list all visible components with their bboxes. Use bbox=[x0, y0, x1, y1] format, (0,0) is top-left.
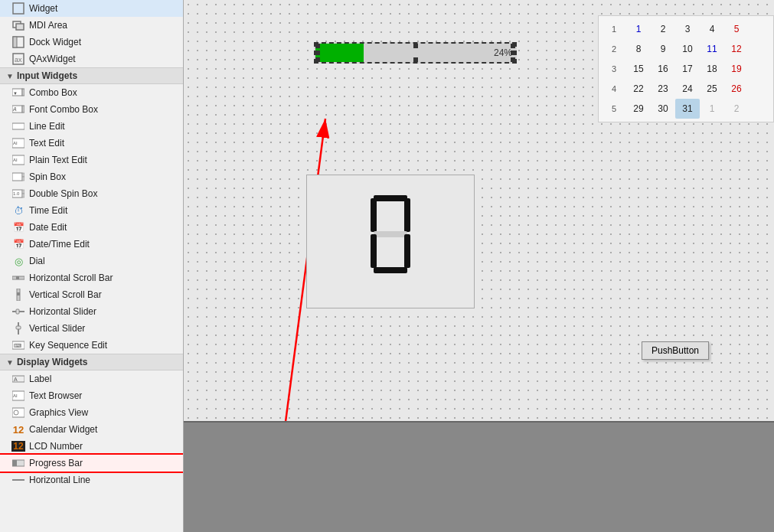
handle-tm[interactable] bbox=[413, 44, 418, 48]
sidebar-item-line-edit[interactable]: Line Edit bbox=[0, 118, 183, 135]
cal-cell-1-5[interactable]: 5 bbox=[724, 19, 749, 39]
handle-bl[interactable] bbox=[315, 57, 320, 62]
svg-rect-30 bbox=[16, 309, 19, 314]
svg-rect-8 bbox=[22, 89, 24, 96]
cal-cell-4-2[interactable]: 23 bbox=[651, 79, 675, 99]
sidebar-item-lcd-number[interactable]: 12 LCD Number bbox=[0, 438, 183, 455]
sidebar-item-graphics-view[interactable]: Graphics View bbox=[0, 404, 183, 421]
sidebar-item-qax[interactable]: ax QAxWidget bbox=[0, 51, 183, 67]
cal-cell-5-5[interactable]: 2 bbox=[724, 99, 749, 119]
svg-rect-28 bbox=[17, 292, 20, 295]
cal-cell-4-3[interactable]: 24 bbox=[675, 79, 700, 99]
handle-bm[interactable] bbox=[413, 57, 418, 62]
cal-cell-1-2[interactable]: 2 bbox=[651, 19, 675, 39]
cal-cell-5-2[interactable]: 30 bbox=[651, 99, 675, 119]
sidebar-item-line-edit-label: Line Edit bbox=[29, 121, 65, 132]
push-button[interactable]: PushButton bbox=[642, 341, 709, 360]
cal-cell-1-3[interactable]: 3 bbox=[675, 19, 700, 39]
input-section-label: Input Widgets bbox=[17, 70, 77, 81]
cal-cell-2-3[interactable]: 10 bbox=[675, 39, 700, 59]
cal-cell-4-4[interactable]: 25 bbox=[700, 79, 724, 99]
cal-cell-4-1[interactable]: 22 bbox=[626, 79, 651, 99]
sidebar-item-hscroll[interactable]: Horizontal Scroll Bar bbox=[0, 269, 183, 286]
sidebar-item-double-spin[interactable]: 1.0 Double Spin Box bbox=[0, 185, 183, 202]
cal-cell-1-1[interactable]: 1 bbox=[626, 19, 651, 39]
svg-rect-50 bbox=[371, 234, 377, 268]
cal-cell-3-4[interactable]: 18 bbox=[700, 59, 724, 79]
handle-tl[interactable] bbox=[315, 44, 320, 48]
sidebar-item-spin-box[interactable]: Spin Box bbox=[0, 168, 183, 185]
sidebar-item-label[interactable]: A Label bbox=[0, 370, 183, 387]
sidebar-item-widget[interactable]: Widget bbox=[0, 0, 183, 17]
sidebar-item-date-edit[interactable]: 📅 Date Edit bbox=[0, 219, 183, 236]
lcd-number-widget[interactable] bbox=[306, 175, 475, 308]
sidebar-item-font-combo-label: Font Combo Box bbox=[29, 104, 98, 115]
handle-tr[interactable] bbox=[511, 44, 515, 48]
handle-ml[interactable] bbox=[315, 51, 320, 55]
cal-cell-2-4[interactable]: 11 bbox=[700, 39, 724, 59]
display-section-label: Display Widgets bbox=[17, 357, 88, 367]
progress-bar-widget[interactable]: 24% bbox=[314, 42, 517, 64]
handle-br[interactable] bbox=[511, 57, 515, 62]
sidebar-item-calendar-widget[interactable]: 12 Calendar Widget bbox=[0, 421, 183, 438]
dock-icon bbox=[12, 36, 24, 48]
cal-cell-3-2[interactable]: 16 bbox=[651, 59, 675, 79]
date-edit-icon: 📅 bbox=[12, 221, 24, 233]
svg-text:A: A bbox=[12, 106, 17, 112]
cal-week-2: 2 bbox=[602, 39, 626, 59]
cal-cell-3-3[interactable]: 17 bbox=[675, 59, 700, 79]
sidebar-item-key-seq-label: Key Sequence Edit bbox=[29, 340, 107, 351]
sidebar-item-mdi[interactable]: MDI Area bbox=[0, 17, 183, 34]
cal-cell-2-1[interactable]: 8 bbox=[626, 39, 651, 59]
sidebar-item-label-label: Label bbox=[29, 374, 51, 384]
sidebar-item-dock[interactable]: Dock Widget bbox=[0, 34, 183, 51]
svg-rect-49 bbox=[374, 231, 407, 237]
sidebar-item-vslider[interactable]: Vertical Slider bbox=[0, 320, 183, 337]
cal-cell-5-3[interactable]: 31 bbox=[675, 99, 700, 119]
sidebar-item-progress-bar[interactable]: Progress Bar bbox=[0, 455, 183, 472]
font-combo-icon: A bbox=[12, 103, 24, 116]
input-section-arrow: ▼ bbox=[6, 72, 14, 80]
cal-cell-3-5[interactable]: 19 bbox=[724, 59, 749, 79]
progress-bar-fill bbox=[315, 44, 364, 62]
sidebar-item-text-edit[interactable]: AI Text Edit bbox=[0, 135, 183, 152]
sidebar-item-dial-label: Dial bbox=[29, 256, 45, 266]
sidebar-item-combo-box[interactable]: ▼ Combo Box bbox=[0, 84, 183, 101]
cal-cell-5-1[interactable]: 29 bbox=[626, 99, 651, 119]
cal-cell-2-2[interactable]: 9 bbox=[651, 39, 675, 59]
svg-rect-19 bbox=[22, 173, 24, 177]
sidebar-item-time-edit[interactable]: ⏱ Time Edit bbox=[0, 202, 183, 219]
sidebar-item-vscroll[interactable]: Vertical Scroll Bar bbox=[0, 286, 183, 303]
sidebar-item-text-browser[interactable]: AI Text Browser bbox=[0, 387, 183, 404]
cal-cell-1-4[interactable]: 4 bbox=[700, 19, 724, 39]
cal-cell-4-5[interactable]: 26 bbox=[724, 79, 749, 99]
sidebar-item-plain-text[interactable]: AI Plain Text Edit bbox=[0, 152, 183, 168]
qax-icon: ax bbox=[12, 53, 24, 65]
sidebar-item-hslider[interactable]: Horizontal Slider bbox=[0, 303, 183, 320]
canvas-area[interactable]: 24% bbox=[184, 0, 774, 421]
calendar-widget[interactable]: 1 1 2 3 4 5 2 8 9 10 11 12 bbox=[598, 15, 774, 122]
cal-cell-2-5[interactable]: 12 bbox=[724, 39, 749, 59]
sidebar-item-horizontal-line[interactable]: Horizontal Line bbox=[0, 472, 183, 488]
sidebar-item-key-seq[interactable]: ⌨ Key Sequence Edit bbox=[0, 337, 183, 354]
lcd-number-icon: 12 bbox=[12, 440, 24, 452]
calendar-grid: 1 1 2 3 4 5 2 8 9 10 11 12 bbox=[599, 16, 773, 122]
hslider-icon bbox=[12, 305, 24, 318]
sidebar-item-datetime-edit-label: Date/Time Edit bbox=[29, 239, 90, 250]
sidebar-item-spin-box-label: Spin Box bbox=[29, 171, 66, 182]
dial-icon: ◎ bbox=[12, 255, 24, 267]
spin-box-icon bbox=[12, 171, 24, 183]
cal-cell-3-1[interactable]: 15 bbox=[626, 59, 651, 79]
sidebar-item-dial[interactable]: ◎ Dial bbox=[0, 253, 183, 269]
handle-mr[interactable] bbox=[511, 51, 515, 55]
vslider-icon bbox=[12, 322, 24, 335]
display-widgets-section[interactable]: ▼ Display Widgets bbox=[0, 354, 183, 370]
sidebar-item-datetime-edit[interactable]: 📅 Date/Time Edit bbox=[0, 236, 183, 253]
horizontal-line-icon bbox=[12, 474, 24, 486]
cal-cell-5-4[interactable]: 1 bbox=[700, 99, 724, 119]
key-seq-icon: ⌨ bbox=[12, 339, 24, 351]
input-widgets-section[interactable]: ▼ Input Widgets bbox=[0, 67, 183, 84]
sidebar-item-font-combo[interactable]: A Font Combo Box bbox=[0, 101, 183, 118]
cal-week-5: 5 bbox=[602, 99, 626, 119]
hscroll-icon bbox=[12, 272, 24, 284]
